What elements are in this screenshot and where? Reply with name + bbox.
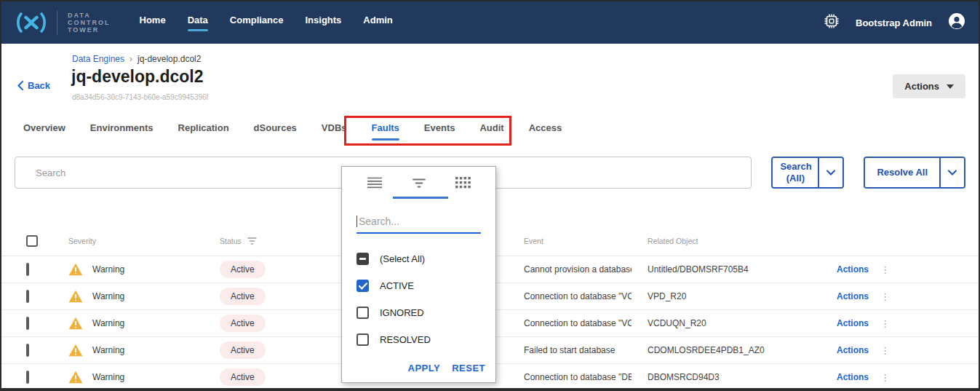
nav-item-home[interactable]: Home [140,15,166,31]
status-badge: Active [220,315,266,332]
severity-label: Warning [92,318,124,328]
filter-option[interactable]: (Select All) [342,245,495,272]
column-header-event: Event [508,237,632,245]
tab-access[interactable]: Access [529,118,562,145]
filter-icon [413,178,426,188]
select-all-rows-checkbox[interactable] [26,235,38,247]
kebab-menu-icon[interactable]: ⋮ [880,318,890,329]
list-view-tab[interactable] [367,177,383,189]
resolve-all-split-button: Resolve All [864,157,965,189]
status-filter-popup: Search... (Select All) ACTIVE IGNORED [341,166,496,383]
kebab-menu-icon[interactable]: ⋮ [880,264,890,275]
option-checkbox[interactable] [356,307,369,319]
chevron-left-icon [17,81,23,90]
search-all-caret-button[interactable] [818,158,842,187]
breadcrumb-separator: › [130,54,132,64]
row-checkbox[interactable] [26,371,29,384]
status-badge: Active [220,341,266,359]
filter-option[interactable]: RESOLVED [342,326,495,353]
filter-option[interactable]: ACTIVE [342,272,495,299]
dct-logo-icon[interactable] [15,11,48,34]
app-window: DATA CONTROL TOWER Home Data Compliance … [0,0,980,391]
severity-label: Warning [92,345,124,355]
grid-icon [455,177,471,189]
resolve-all-caret-button[interactable] [939,158,964,187]
brand-line: TOWER [68,26,111,33]
resolve-all-button[interactable]: Resolve All [865,158,939,187]
warning-icon [68,290,83,303]
tab-overview[interactable]: Overview [23,118,65,145]
warning-icon [68,263,83,276]
reset-button[interactable]: RESET [452,363,485,374]
nav-menu: Home Data Compliance Insights Admin [140,15,393,31]
detail-tabs: Overview Environments Replication dSourc… [1,118,979,145]
header-actions-button[interactable]: Actions [893,74,965,98]
popup-footer: APPLY RESET [408,363,486,374]
status-badge: Active [220,288,266,305]
search-all-button[interactable]: Search (All) [773,158,818,187]
active-tab-underline [393,197,448,199]
chevron-down-icon [948,170,957,175]
nav-item-insights[interactable]: Insights [306,15,342,31]
tab-replication[interactable]: Replication [178,118,229,145]
grid-view-tab[interactable] [455,177,471,189]
related-object-text: VCDUQN_R20 [632,318,815,328]
warning-icon [68,344,83,357]
breadcrumb-data-engines[interactable]: Data Engines [72,54,124,64]
list-icon [367,177,383,189]
option-checkbox[interactable] [356,333,369,346]
text-cursor [356,216,357,227]
top-navbar: DATA CONTROL TOWER Home Data Compliance … [1,1,979,44]
avatar-icon[interactable] [948,12,965,33]
navbar-right: Bootstrap Admin [824,12,965,33]
row-actions-link[interactable]: Actions [837,264,869,275]
popup-search-input[interactable]: Search... [356,210,481,234]
filter-option[interactable]: IGNORED [342,299,495,326]
filter-tab[interactable] [413,178,426,188]
apply-button[interactable]: APPLY [408,363,441,374]
popup-tabs [342,167,495,199]
row-actions-link[interactable]: Actions [837,345,869,355]
page-title: jq-develop.dcol2 [71,67,203,87]
severity-label: Warning [92,291,124,301]
filter-icon[interactable] [247,237,257,245]
kebab-menu-icon[interactable]: ⋮ [880,345,890,356]
back-link[interactable]: Back [17,80,50,91]
kebab-menu-icon[interactable]: ⋮ [880,372,890,383]
chevron-down-icon [826,170,835,175]
row-actions-link[interactable]: Actions [837,318,869,328]
nav-item-compliance[interactable]: Compliance [230,15,284,31]
nav-item-data[interactable]: Data [188,15,208,31]
related-object-text: DBOMSRCD94D3 [632,372,815,382]
row-actions-link[interactable]: Actions [837,291,869,301]
row-checkbox[interactable] [26,317,29,330]
row-actions-link[interactable]: Actions [837,372,869,382]
option-checkbox[interactable] [356,280,369,292]
nav-item-admin[interactable]: Admin [363,15,392,31]
brand-line: DATA [68,12,111,19]
tab-dsources[interactable]: dSources [254,118,297,145]
indeterminate-mark [359,258,366,260]
popup-options-list: (Select All) ACTIVE IGNORED RESOLVED [342,245,495,353]
option-checkbox[interactable] [356,253,369,265]
row-checkbox[interactable] [26,290,29,303]
tab-environments[interactable]: Environments [90,118,154,145]
related-object-text: VPD_R20 [632,291,815,301]
status-badge: Active [220,368,266,386]
tab-vdbs[interactable]: VDBs [322,118,347,145]
related-object-text: CDOMLOSRDEE4PDB1_AZ0 [632,345,815,355]
tab-audit[interactable]: Audit [479,118,503,145]
severity-label: Warning [92,372,124,382]
setup-chip-icon[interactable] [824,13,840,32]
tab-faults[interactable]: Faults [372,118,399,145]
column-header-related-object: Related Object [632,237,815,245]
engine-uuid: d8a34d56-30c9-7143-b60e-a59c9945396f [72,93,208,101]
search-all-split-button: Search (All) [771,157,844,189]
event-text: Connection to database "VCD_R20" ... [508,291,632,301]
tab-events[interactable]: Events [424,118,455,145]
row-checkbox[interactable] [26,263,29,276]
related-object-text: Untitled/DBOMSRF705B4 [632,264,815,275]
row-checkbox[interactable] [26,344,29,357]
severity-label: Warning [92,264,124,275]
kebab-menu-icon[interactable]: ⋮ [880,291,890,302]
